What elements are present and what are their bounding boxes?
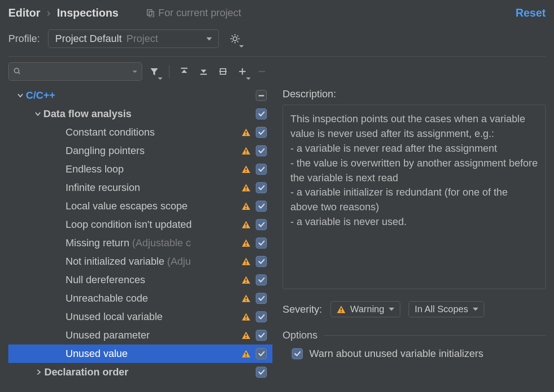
- check-icon: [258, 202, 265, 210]
- tree-label: Unused local variable: [66, 311, 241, 323]
- check-icon: [258, 258, 265, 265]
- checkbox[interactable]: [256, 274, 267, 285]
- checkbox[interactable]: [256, 238, 267, 249]
- check-icon: [258, 368, 265, 376]
- tree-label: Loop condition isn't updated: [66, 219, 241, 231]
- filter-button[interactable]: [147, 64, 162, 79]
- tree-item[interactable]: Local value escapes scope: [8, 197, 272, 215]
- tree-item[interactable]: Endless loop: [8, 160, 272, 178]
- collapse-all-button[interactable]: [196, 64, 211, 79]
- project-scope-hint: For current project: [146, 7, 241, 19]
- breadcrumb-inspections: Inspections: [57, 6, 118, 19]
- checkbox[interactable]: [256, 256, 267, 267]
- tree-label: Local value escapes scope: [66, 200, 241, 212]
- check-icon: [258, 184, 265, 191]
- scope-hint-label: For current project: [158, 7, 241, 19]
- profile-actions-button[interactable]: [227, 31, 243, 47]
- search-input[interactable]: [8, 62, 142, 81]
- tree-label: Unreachable code: [66, 292, 241, 304]
- checkbox[interactable]: [256, 108, 267, 119]
- checkbox[interactable]: [256, 348, 267, 359]
- checkbox[interactable]: [256, 367, 267, 378]
- minus-icon: [257, 67, 266, 76]
- tree-category-ccpp[interactable]: C/C++: [8, 86, 272, 105]
- breadcrumb-sep: ›: [47, 6, 50, 19]
- tree-group-dfa[interactable]: Data flow analysis: [8, 105, 272, 123]
- tree-item[interactable]: Unused value: [8, 344, 272, 363]
- scope-value: In All Scopes: [415, 304, 468, 315]
- chevron-down-icon: [32, 111, 43, 117]
- checkbox[interactable]: [292, 348, 303, 359]
- reset-link[interactable]: Reset: [516, 6, 546, 19]
- tristate-checkbox[interactable]: [256, 90, 267, 101]
- tree-item[interactable]: Dangling pointers: [8, 142, 272, 160]
- chevron-down-icon: [473, 308, 478, 311]
- tree-item[interactable]: Constant conditions: [8, 123, 272, 142]
- expand-all-button[interactable]: [177, 64, 192, 79]
- tree-item[interactable]: Missing return (Adjustable c: [8, 234, 272, 252]
- checkbox[interactable]: [256, 127, 267, 138]
- warning-icon: [241, 294, 251, 303]
- profile-scope: Project: [126, 33, 158, 45]
- breadcrumb: Editor › Inspections For current project: [8, 6, 241, 19]
- gear-icon: [230, 34, 240, 44]
- checkbox[interactable]: [256, 293, 267, 304]
- inspection-detail-panel: Description: This inspection points out …: [283, 86, 546, 391]
- tree-label: Declaration order: [44, 366, 254, 378]
- tree-item[interactable]: Unused parameter: [8, 326, 272, 344]
- profile-select[interactable]: Project Default Project: [48, 30, 219, 48]
- add-button[interactable]: [235, 64, 250, 79]
- tree-item[interactable]: Loop condition isn't updated: [8, 215, 272, 234]
- check-icon: [258, 350, 265, 357]
- reset-to-defaults-button[interactable]: [216, 64, 230, 79]
- tree-label: C/C++: [26, 89, 254, 101]
- check-icon: [258, 110, 265, 118]
- check-icon: [258, 239, 265, 247]
- breadcrumb-editor[interactable]: Editor: [8, 6, 40, 19]
- option-warn-initializers[interactable]: Warn about unused variable initializers: [283, 348, 546, 360]
- checkbox[interactable]: [256, 330, 267, 341]
- tree-label: Unused parameter: [66, 329, 241, 341]
- tree-group-declaration-order[interactable]: Declaration order: [8, 363, 272, 381]
- checkbox[interactable]: [256, 201, 267, 212]
- warning-icon: [241, 331, 251, 340]
- warning-icon: [241, 183, 251, 192]
- inspections-tree[interactable]: C/C++ Data flow analysis Constant condit…: [8, 86, 272, 391]
- tree-item[interactable]: Not initialized variable (Adju: [8, 252, 272, 271]
- tree-item[interactable]: Unreachable code: [8, 289, 272, 308]
- checkbox[interactable]: [256, 182, 267, 193]
- copy-icon: [146, 9, 155, 17]
- tree-label: Missing return (Adjustable c: [66, 237, 241, 249]
- check-icon: [258, 129, 265, 136]
- warning-icon: [337, 305, 346, 314]
- checkbox[interactable]: [256, 219, 267, 230]
- checkbox[interactable]: [256, 145, 267, 156]
- tree-label: Infinite recursion: [66, 182, 241, 194]
- options-header: Options: [283, 329, 546, 341]
- separator: [169, 65, 169, 78]
- chevron-down-icon: [389, 308, 394, 311]
- chevron-down-icon: [132, 71, 137, 73]
- scope-select[interactable]: In All Scopes: [409, 301, 484, 317]
- tree-label: Data flow analysis: [43, 108, 254, 120]
- checkbox[interactable]: [256, 164, 267, 175]
- search-field[interactable]: [23, 67, 130, 77]
- description-text: This inspection points out the cases whe…: [283, 105, 546, 289]
- check-icon: [258, 313, 265, 321]
- profile-label: Profile:: [8, 33, 40, 45]
- warning-icon: [241, 257, 251, 266]
- search-icon: [13, 67, 20, 76]
- tree-item[interactable]: Null dereferences: [8, 271, 272, 289]
- warning-icon: [241, 146, 251, 155]
- warning-icon: [241, 238, 251, 248]
- severity-value: Warning: [350, 304, 385, 315]
- warning-icon: [241, 220, 251, 229]
- description-title: Description:: [283, 88, 546, 100]
- tree-item[interactable]: Unused local variable: [8, 308, 272, 326]
- check-icon: [258, 221, 265, 228]
- checkbox[interactable]: [256, 311, 267, 322]
- tree-label: Constant conditions: [66, 126, 241, 138]
- severity-select[interactable]: Warning: [331, 301, 401, 317]
- tree-item[interactable]: Infinite recursion: [8, 178, 272, 197]
- expand-all-icon: [180, 67, 189, 76]
